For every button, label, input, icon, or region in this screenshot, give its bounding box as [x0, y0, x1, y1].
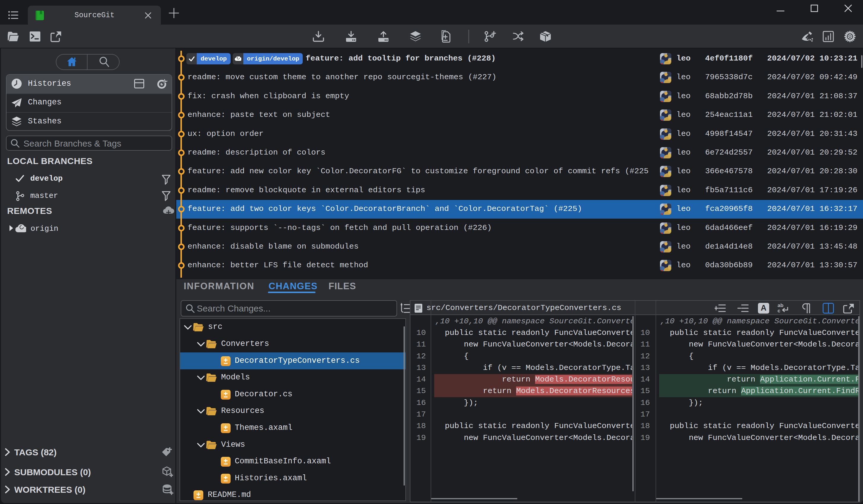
svg-text:ab: ab: [777, 303, 784, 308]
svg-text:c: c: [777, 308, 780, 314]
